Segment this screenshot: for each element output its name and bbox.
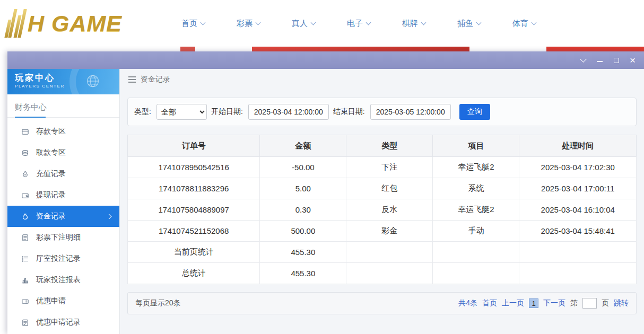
sidebar-item-label: 优惠申请 bbox=[36, 296, 66, 306]
sidebar-item-label: 取款专区 bbox=[36, 148, 66, 157]
player-report-chart-icon bbox=[21, 276, 29, 284]
table-row: 17410758048890970.30反水幸运飞艇22025-03-04 16… bbox=[128, 199, 637, 221]
logo-text: H GAME bbox=[28, 11, 122, 37]
start-date-label: 开始日期: bbox=[211, 107, 243, 117]
table-row: 当前页统计455.30 bbox=[128, 242, 637, 263]
window-collapse-icon[interactable] bbox=[575, 51, 591, 69]
table-cell: 下注 bbox=[346, 157, 433, 178]
table-cell: 2025-03-04 16:10:04 bbox=[519, 199, 637, 221]
sidebar-item-4[interactable]: 提现记录 bbox=[7, 184, 119, 206]
table-cell: 红包 bbox=[346, 178, 433, 199]
player-center-title: 玩家中心 bbox=[15, 73, 119, 84]
table-cell: 2025-03-04 17:02:30 bbox=[519, 157, 637, 178]
withdraw-coins-icon bbox=[21, 149, 29, 157]
table-cell: 1741075804889097 bbox=[128, 199, 260, 221]
sidebar-item-label: 资金记录 bbox=[36, 212, 66, 221]
close-icon[interactable]: × bbox=[624, 51, 641, 69]
sidebar: 玩家中心 PLAYERS CENTER 财务中心 存款专区取款专区充值记录提现记… bbox=[7, 69, 120, 334]
minimize-icon[interactable] bbox=[591, 51, 608, 69]
nav-item-label: 体育 bbox=[512, 19, 528, 29]
sidebar-item-5[interactable]: 资金记录 bbox=[7, 206, 119, 227]
jump-page-input[interactable] bbox=[582, 298, 597, 309]
main-nav: 首页彩票真人电子棋牌捕鱼体育 bbox=[166, 13, 552, 34]
sidebar-item-7[interactable]: 厅室投注记录 bbox=[7, 248, 119, 269]
chevron-down-icon bbox=[311, 20, 316, 25]
column-header: 订单号 bbox=[128, 135, 260, 157]
table-cell: 手动 bbox=[433, 221, 519, 242]
page: H GAME 首页彩票真人电子棋牌捕鱼体育 × 玩家中心 PLAYERS CEN… bbox=[0, 0, 644, 47]
sidebar-item-10[interactable]: 优惠申请记录 bbox=[7, 312, 119, 333]
table-row: 17410788118832965.00红包系统2025-03-04 17:00… bbox=[128, 178, 637, 199]
table-row: 总统计455.30 bbox=[128, 263, 637, 284]
nav-item-1[interactable]: 首页 bbox=[166, 13, 221, 34]
sidebar-item-8[interactable]: 玩家投注报表 bbox=[7, 269, 119, 291]
chevron-down-icon bbox=[201, 20, 206, 25]
sidebar-item-label: 存款专区 bbox=[36, 127, 66, 136]
current-page[interactable]: 1 bbox=[529, 298, 538, 308]
chevron-down-icon bbox=[256, 20, 261, 25]
maximize-icon[interactable] bbox=[608, 51, 624, 69]
prev-page-link[interactable]: 上一页 bbox=[502, 298, 524, 308]
table-cell: 1741078950542516 bbox=[128, 157, 260, 178]
chevron-down-icon bbox=[532, 20, 537, 25]
nav-item-2[interactable]: 彩票 bbox=[221, 13, 276, 34]
next-page-link[interactable]: 下一页 bbox=[543, 298, 565, 308]
main-content: 资金记录 类型: 全部 开始日期: 结束日期: 查询 bbox=[120, 69, 644, 334]
sidebar-item-6[interactable]: 彩票下注明细 bbox=[7, 227, 119, 248]
sidebar-item-1[interactable]: 存款专区 bbox=[7, 121, 119, 142]
table-cell: 455.30 bbox=[260, 263, 346, 284]
nav-item-6[interactable]: 捕鱼 bbox=[441, 13, 497, 34]
nav-item-label: 棋牌 bbox=[402, 19, 418, 29]
window-body: 玩家中心 PLAYERS CENTER 财务中心 存款专区取款专区充值记录提现记… bbox=[7, 69, 644, 334]
table-cell bbox=[433, 242, 519, 263]
filter-panel: 类型: 全部 开始日期: 结束日期: 查询 bbox=[127, 98, 637, 126]
table-cell: 455.30 bbox=[260, 242, 346, 263]
table-cell: 5.00 bbox=[260, 178, 346, 199]
table-cell bbox=[346, 263, 433, 284]
withdrawal-wallet-icon bbox=[21, 191, 29, 199]
sidebar-item-3[interactable]: 充值记录 bbox=[7, 163, 119, 184]
nav-item-7[interactable]: 体育 bbox=[497, 13, 552, 34]
first-page-link[interactable]: 首页 bbox=[482, 298, 497, 308]
nav-item-5[interactable]: 棋牌 bbox=[386, 13, 441, 34]
table-row: 1741078950542516-50.00下注幸运飞艇22025-03-04 … bbox=[128, 157, 637, 178]
recharge-drop-icon bbox=[21, 170, 29, 178]
table-cell: 当前页统计 bbox=[128, 242, 260, 263]
pagination: 每页显示20条 共4条 首页 上一页 1 下一页 第 页 跳转 bbox=[127, 292, 637, 314]
chevron-down-icon bbox=[366, 20, 371, 25]
menu-icon[interactable] bbox=[128, 76, 136, 82]
sidebar-item-9[interactable]: 优惠申请 bbox=[7, 291, 119, 312]
chevron-down-icon bbox=[421, 20, 427, 25]
table-cell: 500.00 bbox=[260, 221, 346, 242]
table-cell: 2025-03-04 15:48:41 bbox=[519, 221, 637, 242]
table-cell: 彩金 bbox=[346, 221, 433, 242]
nav-item-4[interactable]: 电子 bbox=[331, 13, 386, 34]
page-size-label: 每页显示20条 bbox=[135, 298, 181, 308]
sidebar-list: 存款专区取款专区充值记录提现记录资金记录彩票下注明细厅室投注记录玩家投注报表优惠… bbox=[7, 118, 119, 333]
start-date-input[interactable] bbox=[248, 104, 329, 120]
logo-icon bbox=[6, 9, 24, 38]
jump-button[interactable]: 跳转 bbox=[614, 298, 629, 308]
column-header: 处理时间 bbox=[519, 135, 637, 157]
sidebar-item-2[interactable]: 取款专区 bbox=[7, 142, 119, 163]
sidebar-section-label: 财务中心 bbox=[15, 102, 47, 111]
logo[interactable]: H GAME bbox=[6, 9, 154, 38]
nav-item-3[interactable]: 真人 bbox=[276, 13, 331, 34]
sidebar-item-label: 优惠申请记录 bbox=[36, 318, 81, 327]
table-body: 1741078950542516-50.00下注幸运飞艇22025-03-04 … bbox=[128, 157, 637, 284]
type-select[interactable]: 全部 bbox=[156, 104, 207, 120]
query-button[interactable]: 查询 bbox=[459, 104, 490, 120]
end-date-label: 结束日期: bbox=[333, 107, 365, 117]
table-cell: 幸运飞艇2 bbox=[433, 157, 519, 178]
player-center-header: 玩家中心 PLAYERS CENTER bbox=[7, 69, 119, 94]
table-cell bbox=[433, 263, 519, 284]
lottery-detail-doc-icon bbox=[21, 234, 29, 242]
table-cell bbox=[519, 263, 637, 284]
sidebar-item-label: 厅室投注记录 bbox=[36, 254, 81, 263]
column-header: 类型 bbox=[346, 135, 433, 157]
globe-icon bbox=[85, 74, 100, 89]
table-cell: 0.30 bbox=[260, 199, 346, 221]
type-label: 类型: bbox=[134, 107, 151, 117]
sidebar-item-label: 彩票下注明细 bbox=[36, 233, 81, 242]
end-date-input[interactable] bbox=[370, 104, 451, 120]
